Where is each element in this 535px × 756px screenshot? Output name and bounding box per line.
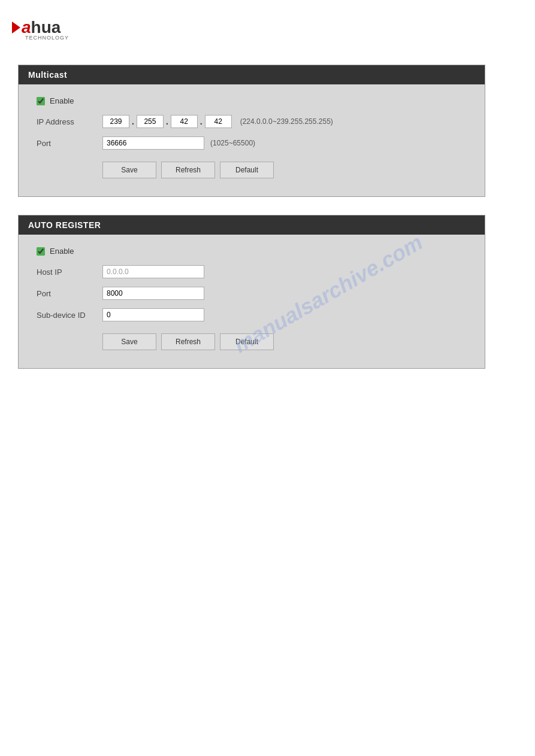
multicast-enable-checkbox[interactable] — [37, 97, 45, 105]
multicast-enable-label: Enable — [50, 96, 74, 105]
multicast-ip-octet-4[interactable] — [205, 115, 232, 128]
auto-register-host-ip-row: Host IP — [37, 265, 467, 278]
multicast-port-row: Port (1025~65500) — [37, 136, 467, 150]
auto-register-subdevice-label: Sub-device ID — [37, 311, 102, 320]
auto-register-host-ip-label: Host IP — [37, 268, 102, 277]
multicast-title: Multicast — [19, 65, 485, 84]
auto-register-subdevice-row: Sub-device ID — [37, 308, 467, 321]
auto-register-enable-row: Enable — [37, 247, 467, 256]
multicast-ip-hint: (224.0.0.0~239.255.255.255) — [240, 117, 333, 126]
auto-register-save-button[interactable]: Save — [102, 333, 156, 350]
auto-register-button-row: Save Refresh Default — [102, 333, 467, 350]
auto-register-enable-label: Enable — [50, 247, 74, 256]
auto-register-host-ip-input[interactable] — [102, 265, 204, 278]
multicast-port-label: Port — [37, 139, 102, 148]
auto-register-port-input[interactable] — [102, 287, 204, 300]
multicast-refresh-button[interactable]: Refresh — [161, 162, 215, 178]
multicast-port-input[interactable] — [102, 136, 204, 150]
auto-register-default-button[interactable]: Default — [220, 333, 274, 350]
auto-register-enable-checkbox[interactable] — [37, 247, 45, 256]
logo: a hua TECHNOLOGY — [12, 18, 69, 41]
multicast-save-button[interactable]: Save — [102, 162, 156, 178]
multicast-dot-2: . — [166, 117, 168, 126]
multicast-ip-octet-1[interactable] — [102, 115, 129, 128]
multicast-ip-label: IP Address — [37, 117, 102, 126]
auto-register-subdevice-input[interactable] — [102, 308, 204, 321]
auto-register-refresh-button[interactable]: Refresh — [161, 333, 215, 350]
multicast-ip-octet-2[interactable] — [137, 115, 164, 128]
auto-register-port-row: Port — [37, 287, 467, 300]
multicast-dot-1: . — [132, 117, 134, 126]
multicast-dot-3: . — [200, 117, 202, 126]
multicast-button-row: Save Refresh Default — [102, 162, 467, 178]
logo-area: a hua TECHNOLOGY — [12, 12, 523, 47]
multicast-enable-row: Enable — [37, 96, 467, 105]
multicast-ip-row: IP Address . . . (224.0.0.0~239.255.255.… — [37, 115, 467, 128]
auto-register-port-label: Port — [37, 289, 102, 298]
auto-register-title: AUTO REGISTER — [19, 215, 485, 235]
multicast-default-button[interactable]: Default — [220, 162, 274, 178]
auto-register-panel: AUTO REGISTER Enable Host IP Port — [18, 215, 485, 369]
logo-subtext: TECHNOLOGY — [25, 35, 69, 41]
multicast-ip-octet-3[interactable] — [171, 115, 198, 128]
multicast-panel: Multicast Enable IP Address . . . — [18, 65, 485, 197]
multicast-ip-inputs: . . . (224.0.0.0~239.255.255.255) — [102, 115, 333, 128]
multicast-port-hint: (1025~65500) — [210, 139, 255, 147]
